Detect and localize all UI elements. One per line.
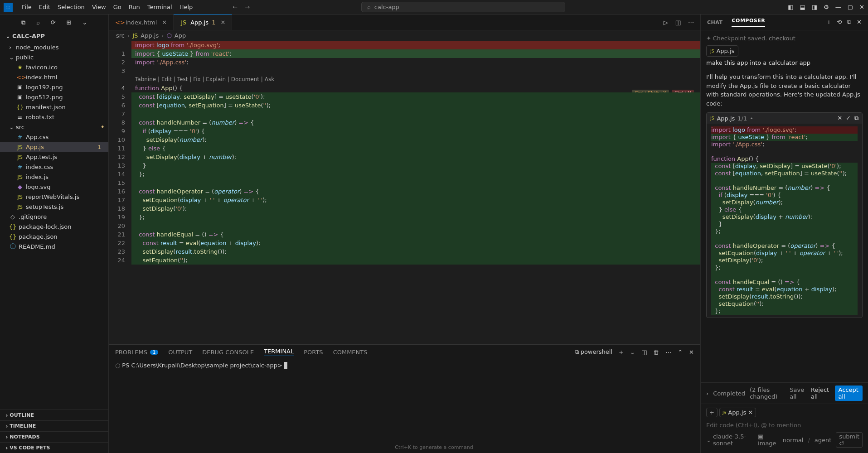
composer-tab[interactable]: COMPOSER	[732, 18, 765, 27]
menu-run[interactable]: Run	[125, 2, 144, 12]
menu-go[interactable]: Go	[110, 2, 125, 12]
menu-edit[interactable]: Edit	[35, 2, 54, 12]
breadcrumb[interactable]: src› JS App.js› ⬡ App	[109, 30, 700, 41]
checkout-link[interactable]: checkout	[769, 35, 795, 42]
menu-terminal[interactable]: Terminal	[144, 2, 176, 12]
layout-left-icon[interactable]: ◧	[788, 4, 793, 10]
explorer-title[interactable]: ⌄ CALC-APP	[0, 31, 108, 41]
tree-item-package-lock-json[interactable]: {}package-lock.json	[0, 222, 108, 231]
menu-view[interactable]: View	[88, 2, 110, 12]
tree-item-index-js[interactable]: JSindex.js	[0, 172, 108, 182]
tree-item--gitignore[interactable]: ◇.gitignore	[0, 212, 108, 222]
dock-icon[interactable]: ⧉	[847, 19, 851, 26]
context-file-chip[interactable]: JS App.js ✕	[719, 408, 756, 417]
add-terminal-icon[interactable]: +	[619, 349, 624, 356]
model-selector[interactable]: ⌄ claude-3.5-sonnet	[706, 433, 753, 447]
command-center[interactable]: ⌕ calc-app	[361, 2, 565, 12]
tree-item-setupTests-js[interactable]: JSsetupTests.js	[0, 202, 108, 212]
agent-label[interactable]: agent	[815, 437, 832, 443]
tree-item-favicon-ico[interactable]: ★favicon.ico	[0, 62, 108, 72]
tree-item-manifest-json[interactable]: {}manifest.json	[0, 102, 108, 112]
more-icon[interactable]: ⌄	[82, 19, 87, 26]
tree-item-logo512-png[interactable]: ▣logo512.png	[0, 92, 108, 102]
composer-input[interactable]: Edit code (Ctrl+I), @ to mention	[706, 420, 863, 430]
chevron-right-icon[interactable]: ›	[706, 390, 708, 397]
code-editor[interactable]: ← → Ctrl+Shift+Y Ctrl+N 1234567891011121…	[109, 41, 700, 344]
kill-terminal-icon[interactable]: 🗑	[653, 349, 659, 356]
new-file-icon[interactable]: ⧉	[21, 19, 25, 26]
save-all-button[interactable]: Save all	[790, 386, 806, 400]
settings-gear-icon[interactable]: ⚙	[824, 4, 829, 10]
accept-diff-icon[interactable]: ✓	[846, 115, 851, 122]
tree-item-reportWebVitals-js[interactable]: JSreportWebVitals.js	[0, 192, 108, 202]
tab-index-html[interactable]: <>index.html✕	[109, 14, 174, 30]
close-window-icon[interactable]: ✕	[859, 4, 864, 10]
context-chip[interactable]: JS App.js	[706, 45, 738, 57]
maximize-panel-icon[interactable]: ⌃	[678, 349, 683, 356]
tab-App-js[interactable]: JSApp.js1✕	[174, 14, 232, 30]
tree-item-App-js[interactable]: JSApp.js1	[0, 142, 108, 152]
tree-item-src[interactable]: ⌄src•	[0, 122, 108, 132]
user-message: make this app into a calculator app	[706, 59, 863, 66]
nav-forward-icon[interactable]: →	[245, 4, 250, 10]
image-button[interactable]: ▣ image	[758, 433, 778, 447]
panel-tab-comments[interactable]: COMMENTS	[333, 349, 368, 356]
accept-all-button[interactable]: Accept all	[835, 386, 863, 401]
panel-tab-problems[interactable]: PROBLEMS 1	[115, 349, 158, 356]
add-context-button[interactable]: +	[706, 408, 718, 417]
panel-tab-output[interactable]: OUTPUT	[168, 349, 192, 356]
tree-item-index-html[interactable]: <>index.html	[0, 72, 108, 82]
split-terminal-icon[interactable]: ⌄	[630, 349, 635, 356]
layout-bottom-icon[interactable]: ⬓	[800, 4, 805, 10]
menu-help[interactable]: Help	[176, 2, 197, 12]
refresh-icon[interactable]: ⟳	[51, 19, 56, 26]
minimize-icon[interactable]: —	[835, 4, 841, 10]
bottom-panel: PROBLEMS 1OUTPUTDEBUG CONSOLETERMINALPOR…	[109, 344, 700, 453]
section-notepads[interactable]: › NOTEPADS	[0, 431, 108, 442]
panel-tab-ports[interactable]: PORTS	[304, 349, 323, 356]
panel-more-icon[interactable]: ⋯	[665, 349, 671, 356]
tree-item-public[interactable]: ⌄public	[0, 52, 108, 62]
js-icon: JS	[723, 410, 726, 415]
section-outline[interactable]: › OUTLINE	[0, 410, 108, 420]
nav-back-icon[interactable]: ←	[233, 4, 238, 10]
reject-all-button[interactable]: Reject all	[811, 386, 830, 400]
tree-item-robots-txt[interactable]: ≡robots.txt	[0, 112, 108, 122]
chevron-down-icon: ⌄	[5, 33, 10, 39]
maximize-icon[interactable]: ▢	[848, 4, 853, 10]
expand-diff-icon[interactable]: ⧉	[854, 115, 858, 122]
collapse-icon[interactable]: ⊞	[67, 19, 72, 26]
panel-tab-terminal[interactable]: TERMINAL	[264, 348, 294, 356]
close-panel-icon[interactable]: ✕	[689, 349, 694, 356]
remove-chip-icon[interactable]: ✕	[748, 409, 753, 416]
shell-label[interactable]: ⧉ powershell	[575, 348, 613, 356]
close-diff-icon[interactable]: ✕	[837, 115, 842, 122]
sidebar-search-icon[interactable]: ⌕	[36, 19, 40, 26]
submit-button[interactable]: submit ⏎	[836, 432, 863, 448]
close-composer-icon[interactable]: ✕	[857, 19, 862, 26]
tree-item-index-css[interactable]: #index.css	[0, 162, 108, 172]
more-actions-icon[interactable]: ⋯	[688, 19, 694, 26]
chat-tab[interactable]: CHAT	[707, 19, 723, 25]
menu-selection[interactable]: Selection	[54, 2, 88, 12]
section-vs-code-pets[interactable]: › VS CODE PETS	[0, 442, 108, 453]
panel-tab-debug-console[interactable]: DEBUG CONSOLE	[202, 349, 254, 356]
tree-item-package-json[interactable]: {}package.json	[0, 231, 108, 241]
tree-item-node_modules[interactable]: ›node_modules	[0, 42, 108, 52]
panel-layout-icon[interactable]: ◫	[641, 349, 647, 356]
codelens[interactable]: Tabnine | Edit | Test | Fix | Explain | …	[131, 75, 700, 84]
tree-item-App-test-js[interactable]: JSApp.test.js	[0, 152, 108, 162]
history-icon[interactable]: ⟲	[837, 19, 842, 26]
tree-item-README-md[interactable]: ⓘREADME.md	[0, 241, 108, 251]
split-icon[interactable]: ◫	[675, 19, 681, 26]
tree-item-logo-svg[interactable]: ◆logo.svg	[0, 182, 108, 192]
run-icon[interactable]: ▷	[664, 19, 668, 26]
tree-item-logo192-png[interactable]: ▣logo192.png	[0, 82, 108, 92]
terminal[interactable]: ○ PS C:\Users\Krupali\Desktop\sample pro…	[109, 359, 700, 453]
tree-item-App-css[interactable]: #App.css	[0, 132, 108, 142]
menu-file[interactable]: File	[18, 2, 35, 12]
new-chat-icon[interactable]: +	[826, 19, 831, 26]
layout-right-icon[interactable]: ◨	[812, 4, 817, 10]
section-timeline[interactable]: › TIMELINE	[0, 420, 108, 431]
mode-label[interactable]: normal	[783, 437, 804, 443]
